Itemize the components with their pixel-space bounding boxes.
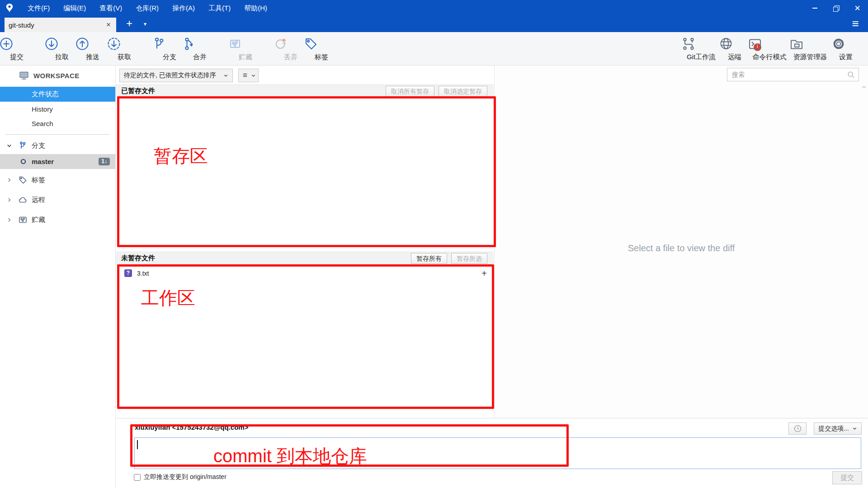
branch-ahead-badge: 1↓ (99, 158, 110, 165)
tab-label: git-study (9, 21, 105, 29)
commit-node-icon (20, 158, 27, 165)
restore-icon (833, 5, 839, 11)
unstaged-files-header: 未暂存文件 暂存所有 暂存所选 (116, 252, 494, 265)
toolbar-gitflow-button[interactable]: Git工作流 (680, 36, 722, 61)
remote-globe-icon: ! (719, 36, 750, 52)
menu-bar: 文件(F) 编辑(E) 查看(V) 仓库(R) 操作(A) 工具(T) 帮助(H… (0, 0, 868, 16)
tag-icon (18, 175, 28, 185)
file-row-3txt[interactable]: ? 3.txt + (116, 267, 494, 279)
toolbar-explorer-button[interactable]: 资源管理器 (788, 36, 832, 61)
sidebar-group-remotes[interactable]: 远程 (0, 192, 115, 207)
chevron-right-icon[interactable] (6, 197, 14, 203)
unstage-selected-button[interactable]: 取消选定暂存 (439, 86, 487, 97)
menu-file[interactable]: 文件(F) (21, 0, 57, 16)
toolbar-label: 远端 (719, 53, 750, 61)
commit-pane: xiuxiuyifan <1575243732@qq.com> 提交选项... … (116, 418, 868, 488)
minimize-button[interactable] (804, 0, 826, 16)
commit-options-button[interactable]: 提交选项... (814, 422, 862, 435)
sidebar-divider (5, 134, 110, 135)
toolbar-label: 标签 (303, 53, 340, 61)
menu-tools[interactable]: 工具(T) (202, 0, 237, 16)
chevron-down-icon (251, 73, 256, 78)
toolbar-tag-button[interactable]: 标签 (303, 36, 340, 61)
cloud-icon (18, 195, 28, 205)
sidebar-item-search[interactable]: Search (0, 116, 115, 131)
new-tab-button[interactable]: + (122, 16, 137, 32)
overflow-menu-button[interactable]: ≡ (846, 16, 864, 32)
stage-file-plus-icon[interactable]: + (481, 269, 487, 278)
menu-actions[interactable]: 操作(A) (165, 0, 202, 16)
close-icon: ✕ (854, 4, 860, 13)
clock-icon (793, 424, 802, 433)
unstaged-files-list: ? 3.txt + (116, 265, 494, 418)
diff-placeholder-text: Select a file to view the diff (495, 243, 868, 253)
toolbar-label: Git工作流 (680, 53, 722, 61)
file-explorer-icon (788, 36, 832, 52)
sort-dropdown[interactable]: 待定的文件, 已依照文件状态排序 (119, 69, 233, 82)
branch-name: master (32, 158, 54, 165)
minimize-icon (812, 8, 817, 9)
restore-button[interactable] (826, 0, 847, 16)
sourcetree-window: 文件(F) 编辑(E) 查看(V) 仓库(R) 操作(A) 工具(T) 帮助(H… (0, 0, 868, 488)
sidebar: WORKSPACE 文件状态 History Search 分支 master … (0, 66, 116, 488)
sidebar-item-history[interactable]: History (0, 102, 115, 117)
toolbar-merge-button[interactable]: 合并 (182, 36, 218, 61)
toolbar-remote-button[interactable]: ! 远端 (719, 36, 750, 61)
chevron-down-icon (223, 73, 228, 78)
menu-view[interactable]: 查看(V) (93, 0, 129, 16)
search-input[interactable] (731, 70, 844, 79)
tab-close-icon[interactable]: × (105, 20, 112, 29)
sidebar-group-branches[interactable]: 分支 (0, 138, 115, 153)
sidebar-item-file-status[interactable]: 文件状态 (0, 87, 115, 102)
menu-help[interactable]: 帮助(H) (237, 0, 274, 16)
sort-dropdown-label: 待定的文件, 已依照文件状态排序 (124, 71, 220, 80)
view-options-dropdown[interactable]: ≡ (238, 69, 259, 82)
staged-files-header: 已暂存文件 取消所有暂存 取消选定暂存 (116, 84, 494, 98)
gitflow-icon (680, 36, 722, 52)
settings-gear-icon (831, 36, 861, 52)
staged-files-list[interactable] (116, 98, 494, 252)
close-button[interactable]: ✕ (847, 0, 868, 16)
scroll-up-icon[interactable] (861, 85, 867, 89)
toolbar-label: 合并 (182, 53, 218, 61)
search-icon (847, 71, 855, 79)
toolbar-fetch-button[interactable]: 获取 (106, 36, 142, 61)
toolbar-label: 贮藏 (227, 53, 264, 61)
sidebar-branch-master[interactable]: master 1↓ (0, 154, 115, 169)
toolbar-label: 获取 (106, 53, 142, 61)
chevron-down-icon (852, 426, 857, 431)
toolbar-push-button[interactable]: 推送 (75, 36, 111, 61)
chevron-down-icon[interactable] (6, 143, 14, 149)
sidebar-group-tags[interactable]: 标签 (0, 172, 115, 188)
tab-git-study[interactable]: git-study × (5, 18, 116, 32)
commit-message-input[interactable] (134, 437, 861, 469)
push-immediately-checkbox[interactable] (134, 474, 141, 481)
toolbar-stash-button[interactable]: 贮藏 (227, 36, 264, 61)
commit-icon (0, 36, 35, 52)
commit-history-button[interactable] (788, 422, 807, 435)
toolbar: 提交 拉取 推送 获取 分支 (0, 32, 868, 66)
sidebar-item-label: Search (32, 120, 53, 127)
window-controls: ✕ (804, 0, 868, 16)
list-view-icon: ≡ (243, 72, 247, 79)
sidebar-group-stashes[interactable]: 贮藏 (0, 212, 115, 227)
commit-submit-button[interactable]: 提交 (832, 471, 862, 484)
push-icon (75, 36, 111, 52)
toolbar-settings-button[interactable]: 设置 (831, 36, 861, 61)
stage-selected-button[interactable]: 暂存所选 (451, 253, 487, 264)
toolbar-commit-button[interactable]: 提交 (0, 36, 35, 61)
merge-icon (182, 36, 218, 52)
chevron-right-icon[interactable] (6, 177, 14, 183)
unstage-all-button[interactable]: 取消所有暂存 (386, 86, 434, 97)
chevron-right-icon[interactable] (6, 217, 14, 223)
tab-dropdown-button[interactable]: ▾ (140, 16, 150, 32)
monitor-icon (19, 71, 29, 80)
menu-edit[interactable]: 编辑(E) (57, 0, 93, 16)
toolbar-label: 推送 (75, 53, 111, 61)
sidebar-item-label: 文件状态 (32, 90, 59, 99)
terminal-icon (747, 36, 792, 52)
toolbar-terminal-button[interactable]: 命令行模式 (747, 36, 792, 61)
menu-repository[interactable]: 仓库(R) (129, 0, 165, 16)
tag-icon (303, 36, 340, 52)
stage-all-button[interactable]: 暂存所有 (411, 253, 447, 264)
